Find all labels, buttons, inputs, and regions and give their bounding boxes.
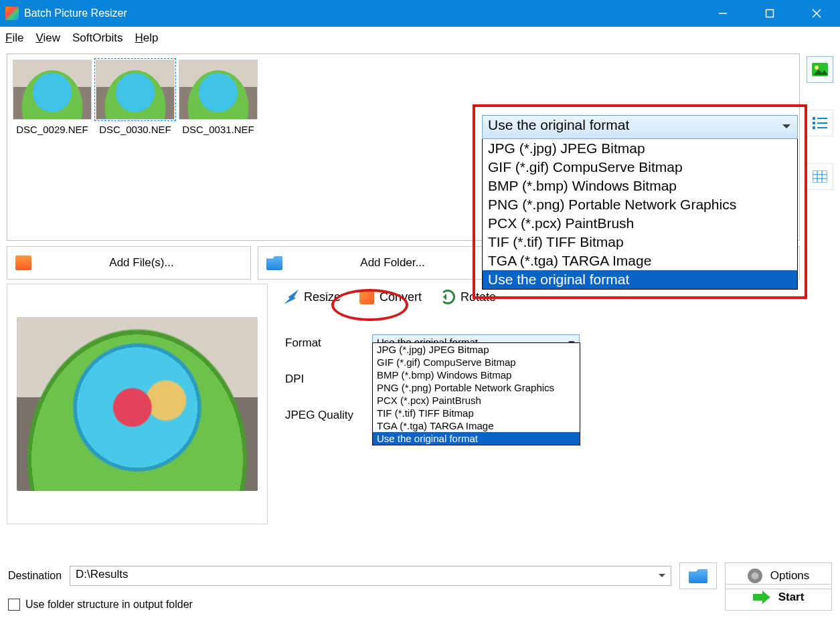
menu-help[interactable]: Help: [135, 31, 159, 45]
button-label: Start: [778, 591, 805, 604]
resize-icon: [284, 290, 299, 304]
format-option[interactable]: Use the original format: [373, 432, 580, 445]
thumbnail-item[interactable]: DSC_0029.NEF: [13, 60, 92, 235]
tab-convert[interactable]: Convert: [351, 286, 430, 308]
gear-icon: [748, 569, 762, 583]
view-grid-button[interactable]: [807, 163, 833, 190]
thumbnail-filename: DSC_0030.NEF: [96, 124, 175, 135]
list-icon: [813, 117, 827, 129]
convert-icon: [359, 290, 374, 304]
rotate-icon: [440, 290, 455, 304]
thumbnail-item[interactable]: DSC_0031.NEF: [179, 60, 258, 235]
image-icon: [15, 255, 31, 270]
thumbnail-filename: DSC_0031.NEF: [179, 124, 258, 135]
picture-icon: [812, 63, 828, 76]
button-label: Add Folder...: [292, 256, 493, 270]
dpi-label: DPI: [285, 373, 372, 386]
convert-panel: Format Use the original format DPI JPEG …: [272, 310, 833, 440]
format-option[interactable]: TGA (*.tga) TARGA Image: [373, 419, 580, 432]
view-list-button[interactable]: [807, 110, 833, 136]
checkbox-label: Use folder structure in output folder: [25, 599, 193, 611]
use-folder-structure-checkbox[interactable]: [8, 599, 20, 611]
svg-rect-8: [813, 126, 815, 129]
format-option[interactable]: BMP (*.bmp) Windows Bitmap: [373, 369, 580, 381]
button-label: Options: [770, 569, 810, 583]
view-thumbnails-button[interactable]: [807, 56, 833, 83]
svg-rect-11: [817, 127, 827, 128]
destination-label: Destination: [8, 570, 62, 582]
tab-label: Resize: [304, 290, 341, 304]
svg-rect-12: [813, 171, 827, 183]
tab-resize[interactable]: Resize: [276, 286, 349, 308]
start-arrow-icon: [753, 591, 770, 604]
format-option[interactable]: JPG (*.jpg) JPEG Bitmap: [373, 343, 580, 356]
format-select-list[interactable]: JPG (*.jpg) JPEG Bitmap GIF (*.gif) Comp…: [372, 342, 580, 445]
svg-rect-10: [817, 122, 827, 124]
minimize-button[interactable]: [699, 0, 746, 27]
format-option[interactable]: PCX (*.pcx) PaintBrush: [373, 394, 580, 407]
format-option[interactable]: PCX (*.pcx) PaintBrush: [483, 214, 797, 233]
menu-softorbits[interactable]: SoftOrbits: [72, 31, 123, 45]
tab-label: Convert: [380, 290, 422, 304]
maximize-button[interactable]: [746, 0, 793, 27]
format-select-large[interactable]: Use the original format: [482, 115, 798, 139]
format-option[interactable]: PNG (*.png) Portable Network Graphics: [373, 381, 580, 394]
format-option[interactable]: TGA (*.tga) TARGA Image: [483, 251, 797, 270]
destination-select[interactable]: D:\Results: [70, 566, 671, 586]
app-icon: [5, 7, 19, 20]
add-files-button[interactable]: Add File(s)...: [7, 246, 251, 280]
menu-file[interactable]: File: [5, 31, 23, 45]
format-option[interactable]: TIF (*.tif) TIFF Bitmap: [373, 407, 580, 419]
format-option[interactable]: JPG (*.jpg) JPEG Bitmap: [483, 139, 797, 158]
svg-point-5: [815, 66, 819, 70]
svg-rect-6: [813, 117, 815, 120]
format-option[interactable]: BMP (*.bmp) Windows Bitmap: [483, 177, 797, 195]
format-option[interactable]: GIF (*.gif) CompuServe Bitmap: [373, 356, 580, 369]
destination-value: D:\Results: [76, 568, 128, 581]
format-option[interactable]: TIF (*.tif) TIFF Bitmap: [483, 233, 797, 251]
menu-view[interactable]: View: [35, 31, 60, 45]
folder-icon: [689, 569, 707, 583]
format-option[interactable]: Use the original format: [483, 270, 797, 289]
format-select-large-list[interactable]: JPG (*.jpg) JPEG Bitmap GIF (*.gif) Comp…: [482, 139, 798, 290]
jpeg-quality-label: JPEG Quality: [285, 409, 372, 422]
svg-rect-9: [817, 118, 827, 119]
menu-bar: File View SoftOrbits Help: [0, 27, 840, 49]
close-button[interactable]: [793, 0, 840, 27]
add-folder-button[interactable]: Add Folder...: [258, 246, 502, 280]
button-label: Add File(s)...: [41, 256, 242, 270]
thumbnail-filename: DSC_0029.NEF: [13, 124, 92, 135]
svg-rect-1: [766, 10, 774, 17]
format-option[interactable]: GIF (*.gif) CompuServe Bitmap: [483, 158, 797, 177]
annotation-highlight-box: Use the original format JPG (*.jpg) JPEG…: [473, 104, 807, 299]
start-button[interactable]: Start: [725, 584, 832, 611]
preview-panel: [7, 284, 268, 524]
preview-image: [17, 317, 258, 491]
format-select-large-value: Use the original format: [488, 117, 629, 132]
svg-rect-7: [813, 122, 815, 124]
format-option[interactable]: PNG (*.png) Portable Network Graphics: [483, 195, 797, 214]
title-bar: Batch Picture Resizer: [0, 0, 840, 27]
app-title: Batch Picture Resizer: [24, 7, 127, 19]
thumbnail-item[interactable]: DSC_0030.NEF: [96, 60, 175, 235]
format-label: Format: [285, 336, 372, 350]
folder-icon: [266, 255, 282, 270]
grid-icon: [813, 171, 827, 183]
browse-destination-button[interactable]: [679, 562, 717, 589]
